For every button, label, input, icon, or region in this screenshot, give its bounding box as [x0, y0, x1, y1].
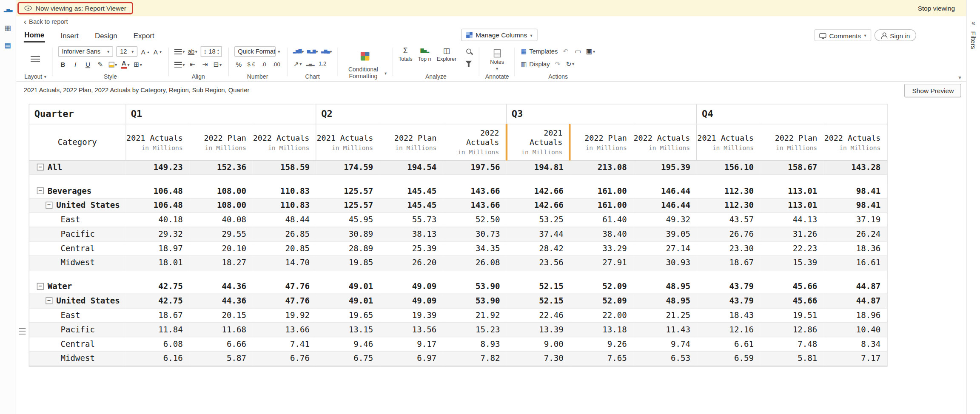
value-cell[interactable]: 112.30	[697, 198, 760, 213]
value-cell[interactable]: 6.16	[125, 351, 189, 366]
value-cell[interactable]: 106.48	[125, 184, 189, 198]
value-cell[interactable]: 112.30	[697, 184, 760, 198]
value-cell[interactable]: 146.44	[633, 198, 696, 213]
value-cell[interactable]: 52.15	[506, 279, 570, 294]
totals-button[interactable]: Σ Totals	[399, 46, 413, 62]
value-cell[interactable]: 19.65	[316, 308, 379, 322]
value-cell[interactable]: 142.66	[506, 184, 570, 198]
value-cell[interactable]: 110.83	[253, 198, 316, 213]
value-cell[interactable]: 213.08	[570, 160, 633, 174]
value-cell[interactable]: 9.26	[570, 337, 633, 351]
value-cell[interactable]: 161.00	[570, 184, 633, 198]
value-cell[interactable]: 44.36	[189, 294, 252, 308]
top-n-button[interactable]: ▇▅▂ Top n	[418, 46, 431, 62]
value-cell[interactable]: 6.61	[697, 337, 760, 351]
value-cell[interactable]: 21.25	[633, 308, 696, 322]
wrap-text-button[interactable]: ab▾	[188, 46, 197, 57]
value-cell[interactable]: 110.83	[253, 184, 316, 198]
value-cell[interactable]: 61.40	[570, 213, 633, 227]
italic-button[interactable]: I	[71, 60, 80, 70]
column-header-q3-2021-actuals[interactable]: 2021 Actualsin Millions	[506, 124, 570, 160]
value-cell[interactable]: 53.25	[506, 213, 570, 227]
font-size-select[interactable]: 12 ▾	[116, 46, 137, 57]
explorer-button[interactable]: ◫ Explorer	[437, 46, 457, 62]
font-color-button[interactable]: A▾	[121, 60, 130, 70]
percent-format-button[interactable]: %	[234, 60, 243, 70]
value-cell[interactable]: 53.90	[443, 279, 506, 294]
value-cell[interactable]: 27.14	[633, 241, 696, 255]
value-cell[interactable]: 20.10	[189, 241, 252, 255]
templates-button[interactable]: ▦ Templates	[521, 46, 558, 57]
value-cell[interactable]: 49.09	[379, 294, 443, 308]
row-header-cell[interactable]: Pacific	[29, 227, 125, 241]
value-cell[interactable]: 13.39	[506, 322, 570, 337]
row-header-cell[interactable]: Pacific	[29, 322, 125, 337]
tab-home[interactable]: Home	[24, 28, 45, 42]
value-cell[interactable]: 161.00	[570, 198, 633, 213]
row-header-cell[interactable]: −United States	[29, 294, 125, 308]
quarter-header-q1[interactable]: Q1	[125, 104, 316, 124]
value-cell[interactable]: 25.39	[379, 241, 443, 255]
value-cell[interactable]: 143.66	[443, 184, 506, 198]
value-cell[interactable]: 6.59	[697, 351, 760, 366]
value-cell[interactable]: 125.57	[316, 198, 379, 213]
show-preview-button[interactable]: Show Preview	[905, 83, 961, 97]
value-cell[interactable]: 55.73	[379, 213, 443, 227]
value-cell[interactable]: 9.74	[633, 337, 696, 351]
value-cell[interactable]: 143.66	[443, 198, 506, 213]
quarter-header-q3[interactable]: Q3	[506, 104, 696, 124]
value-cell[interactable]: 108.00	[189, 198, 252, 213]
font-family-select[interactable]: Inforiver Sans ▾	[58, 46, 113, 57]
value-cell[interactable]: 11.84	[125, 322, 189, 337]
value-cell[interactable]: 8.93	[443, 337, 506, 351]
manage-columns-button[interactable]: Manage Columns ▾	[461, 29, 537, 41]
redo-button[interactable]: ↷	[553, 59, 562, 69]
value-cell[interactable]: 30.93	[633, 255, 696, 270]
value-cell[interactable]: 18.27	[189, 255, 252, 270]
value-cell[interactable]: 9.00	[506, 337, 570, 351]
value-cell[interactable]: 44.36	[189, 279, 252, 294]
value-cell[interactable]: 7.65	[570, 351, 633, 366]
value-cell[interactable]: 18.67	[697, 255, 760, 270]
value-cell[interactable]: 145.45	[379, 198, 443, 213]
collapse-toggle-icon[interactable]: −	[37, 283, 44, 289]
copy-button[interactable]: ▣▾	[586, 46, 595, 57]
row-header-cell[interactable]: Midwest	[29, 351, 125, 366]
sparkline-button[interactable]: ▂▄▂	[305, 59, 315, 69]
value-cell[interactable]: 13.56	[379, 322, 443, 337]
value-cell[interactable]: 26.76	[697, 227, 760, 241]
decrease-font-button[interactable]: A▼	[153, 46, 162, 57]
increase-decimal-button[interactable]: .00	[272, 60, 281, 70]
value-cell[interactable]: 13.18	[570, 322, 633, 337]
layout-icon[interactable]	[31, 56, 40, 63]
value-cell[interactable]: 52.09	[570, 294, 633, 308]
frame-button[interactable]: ▭	[573, 46, 583, 57]
value-cell[interactable]: 52.15	[506, 294, 570, 308]
value-cell[interactable]: 28.89	[316, 241, 379, 255]
value-cell[interactable]: 44.87	[823, 279, 887, 294]
value-cell[interactable]: 53.90	[443, 294, 506, 308]
value-cell[interactable]: 19.39	[379, 308, 443, 322]
value-cell[interactable]: 42.75	[125, 279, 189, 294]
merge-cells-button[interactable]: ⊟▾	[213, 60, 222, 70]
value-cell[interactable]: 158.59	[253, 160, 316, 174]
comments-button[interactable]: Comments ▾	[814, 29, 871, 41]
value-cell[interactable]: 98.41	[823, 198, 887, 213]
value-cell[interactable]: 37.19	[823, 213, 887, 227]
value-cell[interactable]: 26.24	[823, 227, 887, 241]
row-header-cell[interactable]: −All	[29, 160, 125, 174]
sign-in-button[interactable]: Sign in	[875, 29, 917, 41]
value-cell[interactable]: 146.44	[633, 184, 696, 198]
column-header-q2-2022-plan[interactable]: 2022 Planin Millions	[379, 124, 443, 160]
value-cell[interactable]: 23.30	[697, 241, 760, 255]
value-cell[interactable]: 9.46	[316, 337, 379, 351]
value-cell[interactable]: 19.51	[760, 308, 823, 322]
value-cell[interactable]: 20.85	[253, 241, 316, 255]
value-cell[interactable]: 113.01	[760, 198, 823, 213]
column-header-q4-2022-actuals[interactable]: 2022 Actualsin Millions	[823, 124, 887, 160]
row-header-cell[interactable]: Midwest	[29, 255, 125, 270]
underline-button[interactable]: U	[83, 60, 92, 70]
value-cell[interactable]: 6.76	[253, 351, 316, 366]
value-cell[interactable]: 37.44	[506, 227, 570, 241]
column-header-q1-2021-actuals[interactable]: 2021 Actualsin Millions	[125, 124, 189, 160]
